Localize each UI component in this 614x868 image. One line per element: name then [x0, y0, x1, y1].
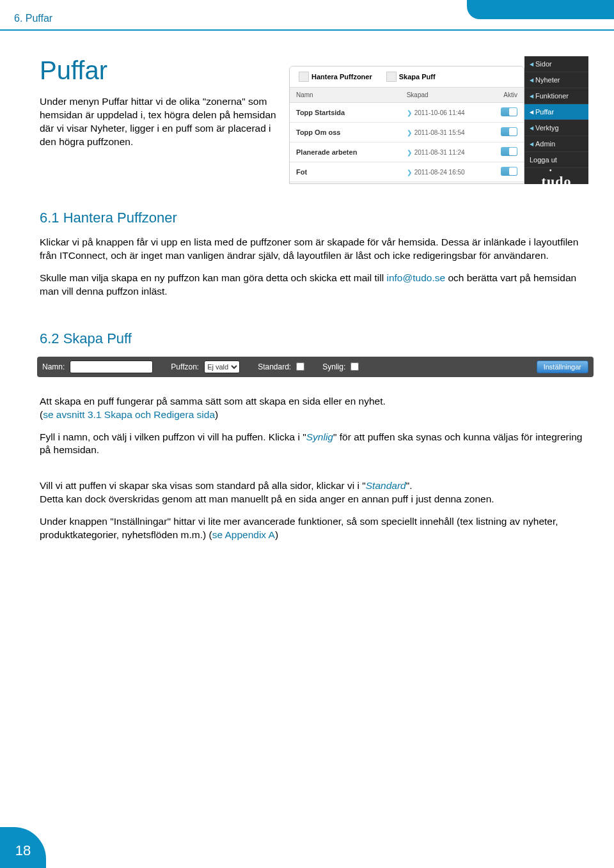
tab-label: Skapa Puff: [399, 73, 436, 81]
sidebar-item-label: Logga ut: [530, 156, 557, 164]
col-active: Aktiv: [485, 91, 517, 98]
email-link[interactable]: info@tudo.se: [387, 272, 446, 283]
row-name: Topp Om oss: [296, 128, 340, 136]
puffzone-panel: Hantera Puffzoner Skapa Puff Namn Skapad…: [289, 66, 524, 184]
chevron-right-icon: ❯: [407, 149, 412, 156]
settings-button[interactable]: Inställningar: [537, 360, 588, 373]
tab-label: Hantera Puffzoner: [311, 73, 372, 81]
folder-icon: [299, 72, 309, 82]
tab-manage-puffzoner[interactable]: Hantera Puffzoner: [295, 70, 376, 83]
page-title: Puffar: [40, 56, 276, 85]
table-row[interactable]: Fot ❯2011-08-24 16:50: [290, 162, 524, 182]
sidebar-item-verktyg[interactable]: ◀Verktyg: [524, 120, 588, 136]
section-6-1-p1: Klickar vi på knappen får vi upp en list…: [40, 236, 588, 263]
table-header-row: Namn Skapad Aktiv: [290, 88, 524, 103]
section-6-2-p1: Att skapa en puff fungerar på samma sätt…: [40, 395, 588, 422]
chevron-left-icon: ◀: [530, 61, 533, 67]
active-toggle[interactable]: [501, 127, 517, 136]
row-created: 2011-08-31 15:54: [414, 129, 465, 136]
row-name: Fot: [296, 168, 307, 176]
standard-label: Standard:: [258, 362, 291, 371]
synlig-label: Synlig:: [322, 362, 345, 371]
row-name: Topp Startsida: [296, 109, 345, 116]
sidebar-item-sidor[interactable]: ◀Sidor: [524, 56, 588, 72]
header-corner-shape: [467, 0, 614, 19]
sidebar-item-label: Puffar: [535, 108, 554, 116]
active-toggle[interactable]: [501, 167, 517, 176]
page-content: Puffar Under menyn Puffar hittar vi de o…: [0, 31, 614, 542]
sidebar-item-admin[interactable]: ◀Admin: [524, 136, 588, 152]
tab-skapa-puff[interactable]: Skapa Puff: [382, 70, 439, 83]
sidebar-item-nyheter[interactable]: ◀Nyheter: [524, 72, 588, 88]
create-puff-toolbar: Namn: Puffzon: Ej vald Standard: Synlig:…: [37, 357, 594, 377]
section-6-2-p3: Vill vi att puffen vi skapar ska visas s…: [40, 466, 588, 506]
active-toggle[interactable]: [501, 107, 517, 116]
sidebar-item-label: Nyheter: [535, 76, 560, 84]
namn-input[interactable]: [70, 360, 153, 373]
row-created: 2011-08-24 16:50: [414, 169, 465, 176]
chevron-left-icon: ◀: [530, 141, 533, 147]
section-heading-6-2: 6.2 Skapa Puff: [40, 330, 588, 347]
namn-label: Namn:: [42, 362, 65, 371]
chevron-left-icon: ◀: [530, 77, 533, 83]
chevron-left-icon: ◀: [530, 109, 533, 115]
synlig-checkbox[interactable]: [350, 362, 359, 371]
col-name: Namn: [296, 91, 407, 98]
sidebar-item-label: Funktioner: [535, 92, 569, 100]
tudo-logo: tudo: [524, 168, 588, 196]
section-6-2-p4: Under knappen "Inställningar" hittar vi …: [40, 515, 588, 542]
sidebar-item-logout[interactable]: Logga ut: [524, 152, 588, 168]
puffzon-select[interactable]: Ej vald: [204, 360, 240, 373]
table-row[interactable]: Planerade arbeten ❯2011-08-31 11:24: [290, 143, 524, 162]
page-number-badge: 18: [0, 827, 46, 868]
manage-puffzones-screenshot: Hantera Puffzoner Skapa Puff Namn Skapad…: [289, 56, 588, 184]
chevron-right-icon: ❯: [407, 169, 412, 176]
col-created: Skapad: [407, 91, 485, 98]
sidebar-item-label: Verktyg: [535, 124, 559, 132]
row-created: 2011-08-31 11:24: [414, 149, 465, 156]
standard-checkbox[interactable]: [296, 362, 304, 371]
row-name: Planerade arbeten: [296, 148, 357, 156]
crossref-link[interactable]: se avsnitt 3.1 Skapa och Redigera sida: [43, 409, 215, 420]
table-row[interactable]: Topp Om oss ❯2011-08-31 15:54: [290, 123, 524, 143]
row-created: 2011-10-06 11:44: [414, 109, 465, 116]
chevron-right-icon: ❯: [407, 129, 412, 136]
appendix-link[interactable]: se Appendix A: [212, 529, 275, 540]
section-6-1-p2: Skulle man vilja skapa en ny puffzon kan…: [40, 272, 588, 298]
standard-term: Standard: [366, 480, 406, 491]
puffzon-label: Puffzon:: [171, 362, 199, 371]
admin-side-menu: ◀Sidor ◀Nyheter ◀Funktioner ◀Puffar ◀Ver…: [524, 56, 588, 184]
chevron-left-icon: ◀: [530, 93, 533, 99]
chevron-left-icon: ◀: [530, 125, 533, 131]
page-number: 18: [15, 842, 31, 859]
section-heading-6-1: 6.1 Hantera Puffzoner: [40, 210, 588, 226]
chevron-right-icon: ❯: [407, 109, 412, 116]
sidebar-item-puffar[interactable]: ◀Puffar: [524, 104, 588, 120]
add-puff-icon: [386, 72, 397, 82]
sidebar-item-label: Sidor: [535, 60, 552, 68]
synlig-term: Synlig: [306, 431, 333, 442]
active-toggle[interactable]: [501, 147, 517, 156]
sidebar-item-funktioner[interactable]: ◀Funktioner: [524, 88, 588, 104]
intro-paragraph: Under menyn Puffar hittar vi de olika "z…: [40, 95, 276, 149]
table-row[interactable]: Topp Startsida ❯2011-10-06 11:44: [290, 103, 524, 123]
section-6-2-p2: Fyll i namn, och välj i vilken puffzon v…: [40, 431, 588, 458]
sidebar-item-label: Admin: [535, 140, 555, 148]
